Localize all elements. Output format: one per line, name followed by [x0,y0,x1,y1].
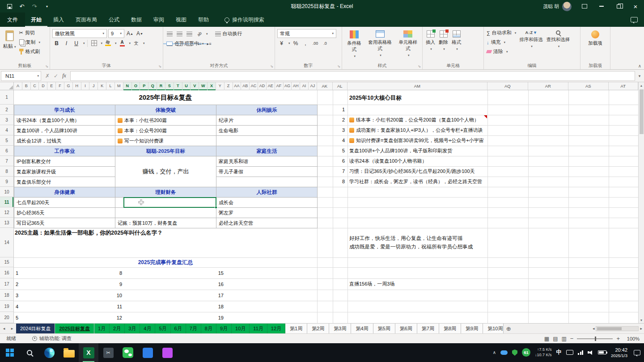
summary-number-cell[interactable]: 4 [16,301,29,312]
accounting-format-button[interactable]: ¥ [277,39,286,47]
core-goal-cell[interactable]: 复盘100讲+个人品牌100讲，电子版和印刷发货 [349,146,487,156]
cell-styles-button[interactable]: 单元格样式▾ [395,28,421,62]
page-layout-view-icon[interactable]: ▤ [553,336,558,342]
table-cell[interactable]: 本事：小红书200篇 [115,115,216,126]
security-shield-icon[interactable] [512,349,517,356]
summary-number-cell[interactable]: 11 [106,301,122,312]
row-header[interactable]: 10 [0,187,13,197]
tab-data[interactable]: 数据 [125,13,148,27]
taskbar-app-purple-button[interactable] [157,343,177,362]
column-header[interactable]: AH [292,82,300,90]
column-header[interactable]: J [89,82,98,90]
column-header-selected[interactable]: T [174,82,182,90]
merge-center-button[interactable]: 合并后居中▾ [163,43,207,44]
column-header[interactable]: AA [233,82,242,90]
tab-formulas[interactable]: 公式 [103,13,125,27]
section-header-cell[interactable]: 身体健康 [14,187,115,198]
sheet-tab-week[interactable]: 第1周 [285,324,307,333]
increase-decimal-button[interactable]: .00 [311,39,320,47]
row-header[interactable]: 12 [0,207,13,218]
tab-view[interactable]: 视图 [170,13,192,27]
table-cell[interactable]: IP创富私教交付 [14,156,115,167]
column-header[interactable]: M [115,82,123,90]
customize-qat-button[interactable]: ▾ [41,1,53,12]
sheet-tab-month[interactable]: 6月 [171,324,186,333]
column-header[interactable]: AT [609,82,638,90]
taskbar-excel-button[interactable]: X [79,343,98,362]
column-header[interactable]: B [22,82,31,90]
redo-button[interactable]: ↷ [29,1,40,12]
column-header[interactable]: AK [317,82,333,90]
format-painter-button[interactable]: 格式刷 [18,47,42,56]
page-break-view-icon[interactable]: ▥ [561,336,566,342]
table-cell[interactable]: 写一个知识付费课 [115,136,216,146]
row-header[interactable]: 5 [0,135,13,146]
row-header[interactable]: 3 [0,115,13,125]
table-cell[interactable] [216,177,318,187]
table-cell[interactable]: 成长会 [216,198,318,208]
section-header-cell[interactable]: 理财财务 [115,187,216,198]
row-header[interactable]: 9 [0,177,13,187]
align-middle-button[interactable] [175,29,184,38]
index-cell[interactable]: 8 [333,177,347,187]
sheet-tab-week[interactable]: 第3周 [329,324,351,333]
addins-button[interactable]: 加载项 [586,28,604,62]
align-top-button[interactable] [165,29,174,38]
font-size-combo[interactable]: 9▾ [108,29,124,38]
restore-button[interactable] [610,0,627,13]
tab-help[interactable]: 帮助 [192,13,215,27]
index-cell[interactable]: 6 [333,156,347,166]
index-cell[interactable]: 2 [333,115,347,125]
delete-cells-button[interactable]: 删除▾ [437,28,450,62]
percent-style-button[interactable]: % [292,39,300,47]
table-cell[interactable]: 复盘家族课程升级 [14,167,115,177]
core-goal-cell[interactable]: 练本事：小红书200篇，公众号200篇（复盘100个人物） [349,115,487,125]
orientation-button[interactable]: ab [193,28,205,40]
sheet-tab-week[interactable]: 第7周 [417,324,439,333]
section-header-cell[interactable]: 家庭生活 [216,146,318,156]
ribbon-display-options-button[interactable] [576,0,593,13]
column-header-selected[interactable]: U [182,82,191,90]
theme-question-cell[interactable]: 2025主题：如果生活像一部电影，你的2025年叫什么名字？ [15,229,163,237]
battery-icon[interactable] [598,350,606,354]
column-header[interactable]: Z [225,82,233,90]
column-header[interactable]: AE [267,82,275,90]
styles-dialog-launcher-icon[interactable]: ⇘ [418,64,421,68]
core-goal-cell[interactable]: 知识付费课=复盘创富30讲卖99元，视频号+公众号+小宇宙 [349,135,487,146]
index-cell[interactable]: 1 [333,105,347,115]
sort-filter-button[interactable]: A↓Z▼ 排序和筛选▾ [517,28,545,62]
core-goal-cell[interactable]: 学习社群：成长会，粥左罗，读书（经典），必经之路天空营 [349,177,487,187]
sheet-tab-2024[interactable]: 2024目标复盘 [16,324,55,333]
column-header[interactable]: G [64,82,73,90]
undo-button[interactable]: ↶ [16,1,28,12]
underline-button[interactable]: U [72,39,80,47]
scroll-left-icon[interactable]: ◂ [593,326,595,331]
sheet-nav-right-icon[interactable]: ▸ [8,324,16,333]
sheet-tab-week[interactable]: 第4周 [351,324,373,333]
tray-expand-icon[interactable]: ∧ [493,350,496,355]
fill-color-button[interactable] [104,39,112,47]
find-select-button[interactable]: 查找和选择▾ [545,28,572,62]
index-cell[interactable]: 3 [333,125,347,135]
sheet-tab-month[interactable]: 5月 [155,324,170,333]
close-button[interactable]: × [627,0,644,13]
merged-center-cell[interactable]: 赚钱，交付，产出 [115,156,216,187]
save-button[interactable] [4,1,15,12]
sheet-tab-2025-active[interactable]: 2025目标复盘 [55,324,94,333]
column-header[interactable]: H [73,82,81,90]
table-cell[interactable]: 七点早起200天 [14,198,115,208]
minimize-button[interactable] [593,0,610,13]
fill-handle[interactable] [215,206,217,209]
table-cell[interactable] [115,208,216,218]
summary-number-cell[interactable]: 18 [216,301,224,312]
cut-button[interactable]: ✂剪切 [18,28,42,38]
section-header-cell[interactable]: 学习成长 [14,105,115,115]
section-header-cell[interactable]: 聪聪-2025年目标 [115,146,216,156]
taskbar-snip-button[interactable]: ✂ [98,343,118,362]
net-speed-indicator[interactable]: ↑7.5 K/s ↓10.7 K/s [535,347,552,358]
column-header[interactable]: I [81,82,90,90]
paste-button[interactable]: 粘贴▾ [1,28,18,56]
tab-insert[interactable]: 插入 [47,13,70,27]
index-cell[interactable]: 5 [333,146,347,156]
column-header-selected[interactable]: O [132,82,140,90]
